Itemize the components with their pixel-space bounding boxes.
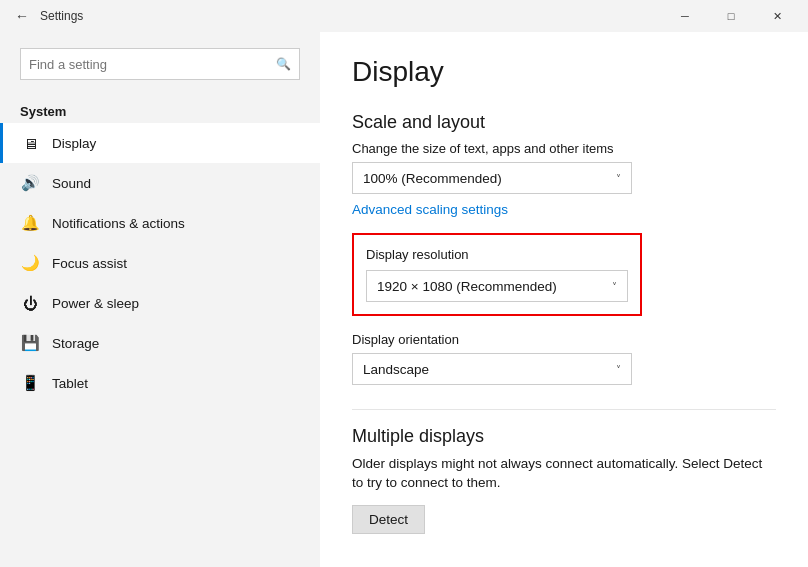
section-divider (352, 409, 776, 410)
sidebar-item-notifications[interactable]: 🔔 Notifications & actions (0, 203, 320, 243)
resolution-dropdown-chevron: ˅ (612, 281, 617, 292)
scale-dropdown-chevron: ˅ (616, 173, 621, 184)
maximize-button[interactable]: □ (708, 0, 754, 32)
sidebar-item-sound[interactable]: 🔊 Sound (0, 163, 320, 203)
sidebar-item-display[interactable]: 🖥 Display (0, 123, 320, 163)
resolution-dropdown-value: 1920 × 1080 (Recommended) (377, 279, 557, 294)
advanced-scaling-link[interactable]: Advanced scaling settings (352, 202, 508, 217)
sidebar-item-label: Focus assist (52, 256, 127, 271)
power-icon: ⏻ (20, 293, 40, 313)
sidebar-item-label: Display (52, 136, 96, 151)
orientation-section: Display orientation Landscape ˅ (352, 332, 776, 385)
resolution-section: Display resolution 1920 × 1080 (Recommen… (352, 233, 642, 316)
orientation-dropdown-value: Landscape (363, 362, 429, 377)
back-icon: ← (15, 8, 29, 24)
search-icon: 🔍 (276, 57, 291, 71)
sidebar-item-label: Tablet (52, 376, 88, 391)
multiple-displays-title: Multiple displays (352, 426, 776, 447)
sound-icon: 🔊 (20, 173, 40, 193)
sidebar-item-storage[interactable]: 💾 Storage (0, 323, 320, 363)
main-container: 🔍 System 🖥 Display 🔊 Sound 🔔 Notificatio… (0, 32, 808, 567)
window-controls: ─ □ ✕ (662, 0, 800, 32)
title-bar: ← Settings ─ □ ✕ (0, 0, 808, 32)
scale-section-title: Scale and layout (352, 112, 776, 133)
sidebar-nav: 🖥 Display 🔊 Sound 🔔 Notifications & acti… (0, 123, 320, 403)
sidebar-item-focus[interactable]: 🌙 Focus assist (0, 243, 320, 283)
page-title: Display (352, 56, 776, 88)
orientation-dropdown-chevron: ˅ (616, 364, 621, 375)
scale-description: Change the size of text, apps and other … (352, 141, 776, 156)
sidebar-item-tablet[interactable]: 📱 Tablet (0, 363, 320, 403)
scale-dropdown[interactable]: 100% (Recommended) ˅ (352, 162, 632, 194)
orientation-label: Display orientation (352, 332, 776, 347)
sidebar: 🔍 System 🖥 Display 🔊 Sound 🔔 Notificatio… (0, 32, 320, 567)
back-button[interactable]: ← (8, 2, 36, 30)
sidebar-item-label: Sound (52, 176, 91, 191)
storage-icon: 💾 (20, 333, 40, 353)
resolution-label: Display resolution (366, 247, 628, 262)
sidebar-item-label: Power & sleep (52, 296, 139, 311)
display-icon: 🖥 (20, 133, 40, 153)
content-area: Display Scale and layout Change the size… (320, 32, 808, 567)
sidebar-item-power[interactable]: ⏻ Power & sleep (0, 283, 320, 323)
search-input[interactable] (29, 57, 276, 72)
search-box[interactable]: 🔍 (20, 48, 300, 80)
sidebar-section-label: System (0, 104, 320, 119)
scale-dropdown-value: 100% (Recommended) (363, 171, 502, 186)
tablet-icon: 📱 (20, 373, 40, 393)
focus-icon: 🌙 (20, 253, 40, 273)
sidebar-header: 🔍 (0, 32, 320, 104)
notifications-icon: 🔔 (20, 213, 40, 233)
app-title: Settings (40, 9, 662, 23)
minimize-button[interactable]: ─ (662, 0, 708, 32)
close-button[interactable]: ✕ (754, 0, 800, 32)
orientation-dropdown[interactable]: Landscape ˅ (352, 353, 632, 385)
sidebar-item-label: Storage (52, 336, 99, 351)
multiple-displays-description: Older displays might not always connect … (352, 455, 772, 493)
detect-button[interactable]: Detect (352, 505, 425, 534)
sidebar-item-label: Notifications & actions (52, 216, 185, 231)
resolution-dropdown[interactable]: 1920 × 1080 (Recommended) ˅ (366, 270, 628, 302)
